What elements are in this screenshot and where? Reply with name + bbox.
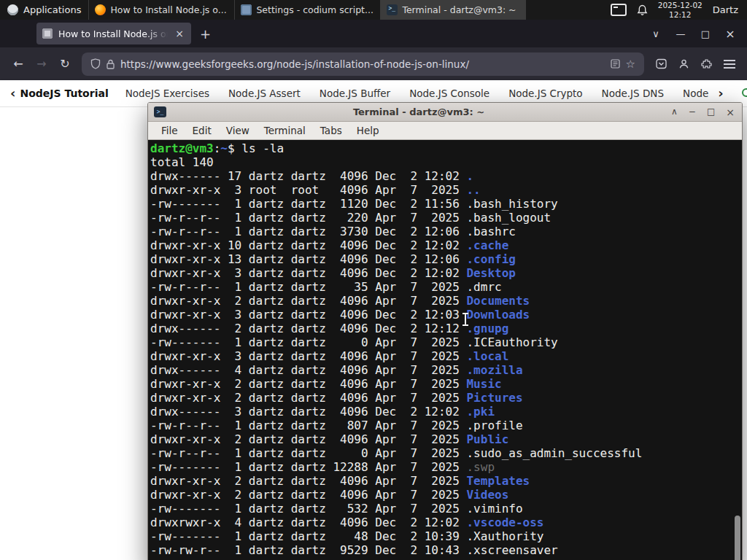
browser-tab[interactable]: How to Install Node.js on... × xyxy=(36,23,191,44)
prompt-user-host: dartz@vm3 xyxy=(150,141,214,155)
pocket-save-icon[interactable] xyxy=(656,58,667,69)
file-name: .profile xyxy=(466,419,522,432)
terminal-close-icon[interactable]: × xyxy=(726,106,735,118)
lock-icon[interactable] xyxy=(107,59,115,69)
typed-command: ls -la xyxy=(241,141,284,155)
menu-tabs[interactable]: Tabs xyxy=(313,123,349,138)
site-nav-link[interactable]: Node.JS Assert xyxy=(228,88,301,99)
taskbar-window-label: Settings - codium script... xyxy=(256,4,373,15)
site-nav-back-link[interactable]: NodeJS Tutorial xyxy=(20,88,108,99)
clock[interactable]: 2025-12-02 12:12 xyxy=(658,1,703,19)
site-search-icon[interactable] xyxy=(741,88,747,100)
site-nav-link[interactable]: Node.JS Crypto xyxy=(508,88,582,99)
file-name: .config xyxy=(466,252,515,266)
window-maximize-icon[interactable]: □ xyxy=(693,28,718,39)
window-close-icon[interactable]: × xyxy=(718,27,743,41)
terminal-output-line: drwxr-xr-x 2 dartz dartz 4096 Apr 7 2025… xyxy=(150,488,742,502)
extensions-icon[interactable] xyxy=(701,58,712,69)
terminal-maximize-icon[interactable]: □ xyxy=(707,106,715,118)
file-name: .bash_history xyxy=(466,197,557,211)
applications-label: Applications xyxy=(23,4,81,15)
file-name: .bash_logout xyxy=(466,211,551,225)
menu-file[interactable]: File xyxy=(154,123,185,138)
terminal-output-line: -rw-r--r-- 1 dartz dartz 807 Apr 7 2025 … xyxy=(150,419,742,432)
terminal-output-line: -rw------- 1 dartz dartz 0 Apr 7 2025 .I… xyxy=(150,335,742,349)
terminal-output-line: -rw-r--r-- 1 dartz dartz 0 Apr 7 2025 .s… xyxy=(150,446,742,460)
file-name: .xscreensaver xyxy=(466,543,557,557)
account-icon[interactable] xyxy=(678,58,689,69)
menu-edit[interactable]: Edit xyxy=(185,123,219,138)
site-nav-chevron-right-icon[interactable]: › xyxy=(718,85,727,102)
settings-gear-icon xyxy=(241,4,252,15)
site-nav-link[interactable]: Node.JS DNS xyxy=(602,88,664,99)
file-name: .bashrc xyxy=(466,225,515,238)
reload-icon[interactable]: ↻ xyxy=(54,53,76,75)
prompt-dollar: $ xyxy=(228,141,241,155)
taskbar-window-settings[interactable]: Settings - codium script... xyxy=(234,0,380,20)
desktop: Applications How to Install Node.js o...… xyxy=(0,0,747,560)
file-name: .mozilla xyxy=(466,363,522,377)
terminal-output[interactable]: dartz@vm3:~$ ls -la total 140 drwx------… xyxy=(148,140,742,560)
navbar-right-icons xyxy=(656,58,735,69)
forward-icon[interactable]: → xyxy=(31,53,53,75)
tab-title: How to Install Node.js on... xyxy=(58,28,168,39)
terminal-listing: drwx------ 17 dartz dartz 4096 Dec 2 12:… xyxy=(150,169,742,557)
back-icon[interactable]: ← xyxy=(7,53,29,75)
reader-view-icon[interactable] xyxy=(611,59,620,69)
site-nav-link[interactable]: NodeJS Exercises xyxy=(125,88,209,99)
menu-view[interactable]: View xyxy=(219,123,257,138)
terminal-prompt-line: dartz@vm3:~$ ls -la xyxy=(150,141,742,155)
tab-close-icon[interactable]: × xyxy=(174,28,185,39)
applications-menu-button[interactable]: Applications xyxy=(0,0,88,20)
terminal-output-line: -rw-rw-r-- 1 dartz dartz 9529 Dec 2 10:4… xyxy=(150,543,742,557)
terminal-window: >_ Terminal - dartz@vm3: ~ ∧ − □ × File … xyxy=(147,102,743,560)
file-name: Pictures xyxy=(466,391,522,405)
terminal-output-line: -rw-r--r-- 1 dartz dartz 220 Apr 7 2025 … xyxy=(150,211,742,225)
file-name: . xyxy=(466,169,473,183)
file-name: .swp xyxy=(466,460,495,474)
url-bar[interactable]: https://www.geeksforgeeks.org/node-js/in… xyxy=(82,52,644,76)
taskbar-window-terminal[interactable]: Terminal - dartz@vm3: ~ xyxy=(380,0,526,20)
notifications-bell-icon[interactable] xyxy=(637,4,648,16)
file-name: Downloads xyxy=(466,308,530,322)
terminal-output-line: drwx------ 4 dartz dartz 4096 Apr 7 2025… xyxy=(150,363,742,377)
terminal-rollup-icon[interactable]: ∧ xyxy=(671,106,678,118)
new-tab-button[interactable]: + xyxy=(191,26,220,42)
bookmark-star-icon[interactable]: ☆ xyxy=(626,58,635,71)
terminal-output-line: drwxr-xr-x 3 root root 4096 Apr 7 2025 .… xyxy=(150,183,742,197)
terminal-output-line: drwxr-xr-x 2 dartz dartz 4096 Apr 7 2025… xyxy=(150,294,742,308)
terminal-output-line: drwxr-xr-x 2 dartz dartz 4096 Apr 7 2025… xyxy=(150,432,742,446)
terminal-total-line: total 140 xyxy=(150,155,742,169)
terminal-output-line: drwxr-xr-x 3 dartz dartz 4096 Dec 2 12:0… xyxy=(150,266,742,280)
file-name: .pki xyxy=(466,405,495,419)
terminal-scrollbar-thumb[interactable] xyxy=(735,516,740,560)
window-minimize-icon[interactable]: — xyxy=(668,28,693,39)
firefox-icon xyxy=(95,4,106,15)
site-nav-chevron-left-icon[interactable]: ‹ xyxy=(10,85,20,102)
taskbar-tray: 2025-12-02 12:12 Dartz xyxy=(602,0,747,20)
terminal-title: Terminal - dartz@vm3: ~ xyxy=(171,106,667,117)
terminal-minimize-icon[interactable]: − xyxy=(689,106,696,118)
terminal-window-controls: ∧ − □ × xyxy=(671,106,736,118)
terminal-output-line: drwxr-xr-x 2 dartz dartz 4096 Apr 7 2025… xyxy=(150,391,742,405)
terminal-output-line: drwxr-xr-x 10 dartz dartz 4096 Dec 2 12:… xyxy=(150,238,742,252)
menu-help[interactable]: Help xyxy=(349,123,387,138)
list-all-tabs-icon[interactable]: ∨ xyxy=(643,28,668,39)
menu-terminal[interactable]: Terminal xyxy=(257,123,313,138)
site-nav-link[interactable]: Node.JS Buffer xyxy=(320,88,390,99)
site-nav-link[interactable]: Node.JS Console xyxy=(409,88,489,99)
terminal-titlebar[interactable]: >_ Terminal - dartz@vm3: ~ ∧ − □ × xyxy=(148,103,742,122)
file-name: Desktop xyxy=(466,266,515,280)
tracking-shield-icon[interactable] xyxy=(90,58,101,69)
terminal-output-line: drwx------ 2 dartz dartz 4096 Dec 2 12:1… xyxy=(150,322,742,335)
taskbar-window-label: How to Install Node.js o... xyxy=(110,4,226,15)
terminal-output-line: drwxr-xr-x 13 dartz dartz 4096 Dec 2 12:… xyxy=(150,252,742,266)
site-nav-link[interactable]: Node xyxy=(683,88,708,99)
terminal-output-line: drwxr-xr-x 3 dartz dartz 4096 Dec 2 12:0… xyxy=(150,308,742,322)
menu-hamburger-icon[interactable] xyxy=(724,60,735,69)
tray-terminal-icon[interactable] xyxy=(611,4,627,16)
file-name: Public xyxy=(466,432,508,446)
user-menu[interactable]: Dartz xyxy=(713,4,738,15)
taskbar-window-label: Terminal - dartz@vm3: ~ xyxy=(402,4,516,15)
taskbar-window-browser[interactable]: How to Install Node.js o... xyxy=(88,0,234,20)
